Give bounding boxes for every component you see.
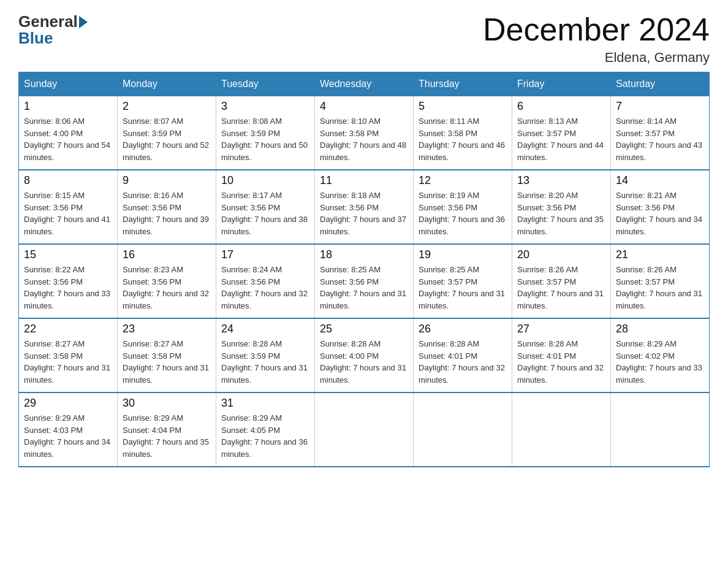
table-row: 5Sunrise: 8:11 AMSunset: 3:58 PMDaylight…	[414, 96, 512, 170]
day-info: Sunrise: 8:17 AMSunset: 3:56 PMDaylight:…	[221, 190, 309, 237]
table-row: 25Sunrise: 8:28 AMSunset: 4:00 PMDayligh…	[315, 318, 414, 393]
table-row: 23Sunrise: 8:27 AMSunset: 3:58 PMDayligh…	[118, 318, 216, 393]
calendar-body: 1Sunrise: 8:06 AMSunset: 4:00 PMDaylight…	[19, 96, 710, 467]
table-row	[611, 393, 710, 467]
location-subtitle: Eldena, Germany	[483, 50, 710, 66]
day-info: Sunrise: 8:27 AMSunset: 3:58 PMDaylight:…	[24, 338, 112, 386]
day-info: Sunrise: 8:23 AMSunset: 3:56 PMDaylight:…	[123, 264, 211, 312]
day-number: 28	[616, 323, 704, 335]
table-row: 7Sunrise: 8:14 AMSunset: 3:57 PMDaylight…	[611, 96, 710, 170]
table-row: 18Sunrise: 8:25 AMSunset: 3:56 PMDayligh…	[315, 244, 414, 318]
page-header: General Blue December 2024 Eldena, Germa…	[18, 12, 710, 66]
table-row: 28Sunrise: 8:29 AMSunset: 4:02 PMDayligh…	[611, 318, 710, 393]
day-info: Sunrise: 8:26 AMSunset: 3:57 PMDaylight:…	[517, 264, 605, 312]
table-row: 20Sunrise: 8:26 AMSunset: 3:57 PMDayligh…	[512, 244, 611, 318]
table-row: 22Sunrise: 8:27 AMSunset: 3:58 PMDayligh…	[19, 318, 118, 393]
day-number: 10	[221, 174, 309, 187]
calendar-week-row: 8Sunrise: 8:15 AMSunset: 3:56 PMDaylight…	[19, 170, 710, 244]
table-row	[512, 393, 611, 467]
day-number: 17	[221, 248, 309, 261]
table-row: 31Sunrise: 8:29 AMSunset: 4:05 PMDayligh…	[216, 393, 315, 467]
month-title: December 2024	[483, 12, 710, 47]
day-info: Sunrise: 8:29 AMSunset: 4:02 PMDaylight:…	[616, 338, 704, 386]
day-number: 5	[419, 100, 507, 113]
day-info: Sunrise: 8:27 AMSunset: 3:58 PMDaylight:…	[123, 338, 211, 386]
day-number: 12	[419, 174, 507, 187]
day-number: 23	[123, 323, 211, 335]
day-info: Sunrise: 8:25 AMSunset: 3:56 PMDaylight:…	[320, 264, 408, 312]
logo-arrow-icon	[79, 16, 88, 28]
col-saturday: Saturday	[611, 72, 710, 96]
day-info: Sunrise: 8:28 AMSunset: 4:01 PMDaylight:…	[419, 338, 507, 386]
day-info: Sunrise: 8:18 AMSunset: 3:56 PMDaylight:…	[320, 190, 408, 237]
day-number: 18	[320, 248, 408, 261]
day-info: Sunrise: 8:25 AMSunset: 3:57 PMDaylight:…	[419, 264, 507, 312]
table-row: 10Sunrise: 8:17 AMSunset: 3:56 PMDayligh…	[216, 170, 315, 244]
table-row: 24Sunrise: 8:28 AMSunset: 3:59 PMDayligh…	[216, 318, 315, 393]
calendar-week-row: 1Sunrise: 8:06 AMSunset: 4:00 PMDaylight…	[19, 96, 710, 170]
day-info: Sunrise: 8:21 AMSunset: 3:56 PMDaylight:…	[616, 190, 704, 237]
table-row: 30Sunrise: 8:29 AMSunset: 4:04 PMDayligh…	[118, 393, 216, 467]
table-row: 14Sunrise: 8:21 AMSunset: 3:56 PMDayligh…	[611, 170, 710, 244]
logo-blue-text: Blue	[18, 29, 53, 48]
table-row: 17Sunrise: 8:24 AMSunset: 3:56 PMDayligh…	[216, 244, 315, 318]
day-number: 7	[616, 100, 704, 113]
day-number: 25	[320, 323, 408, 335]
table-row: 11Sunrise: 8:18 AMSunset: 3:56 PMDayligh…	[315, 170, 414, 244]
day-info: Sunrise: 8:28 AMSunset: 4:01 PMDaylight:…	[517, 338, 605, 386]
col-friday: Friday	[512, 72, 611, 96]
table-row	[315, 393, 414, 467]
day-info: Sunrise: 8:10 AMSunset: 3:58 PMDaylight:…	[320, 115, 408, 163]
table-row: 16Sunrise: 8:23 AMSunset: 3:56 PMDayligh…	[118, 244, 216, 318]
day-info: Sunrise: 8:16 AMSunset: 3:56 PMDaylight:…	[123, 190, 211, 237]
day-info: Sunrise: 8:14 AMSunset: 3:57 PMDaylight:…	[616, 115, 704, 163]
table-row: 15Sunrise: 8:22 AMSunset: 3:56 PMDayligh…	[19, 244, 118, 318]
day-number: 24	[221, 323, 309, 335]
table-row: 4Sunrise: 8:10 AMSunset: 3:58 PMDaylight…	[315, 96, 414, 170]
day-number: 29	[24, 397, 112, 410]
day-number: 15	[24, 248, 112, 261]
table-row: 6Sunrise: 8:13 AMSunset: 3:57 PMDaylight…	[512, 96, 611, 170]
col-tuesday: Tuesday	[216, 72, 315, 96]
day-number: 13	[517, 174, 605, 187]
day-info: Sunrise: 8:28 AMSunset: 4:00 PMDaylight:…	[320, 338, 408, 386]
day-number: 3	[221, 100, 309, 113]
day-info: Sunrise: 8:29 AMSunset: 4:05 PMDaylight:…	[221, 412, 309, 460]
day-number: 26	[419, 323, 507, 335]
day-info: Sunrise: 8:11 AMSunset: 3:58 PMDaylight:…	[419, 115, 507, 163]
table-row: 9Sunrise: 8:16 AMSunset: 3:56 PMDaylight…	[118, 170, 216, 244]
table-row	[414, 393, 512, 467]
day-number: 31	[221, 397, 309, 410]
day-number: 1	[24, 100, 112, 113]
calendar-week-row: 22Sunrise: 8:27 AMSunset: 3:58 PMDayligh…	[19, 318, 710, 393]
day-info: Sunrise: 8:22 AMSunset: 3:56 PMDaylight:…	[24, 264, 112, 312]
day-number: 6	[517, 100, 605, 113]
table-row: 27Sunrise: 8:28 AMSunset: 4:01 PMDayligh…	[512, 318, 611, 393]
day-number: 11	[320, 174, 408, 187]
day-number: 21	[616, 248, 704, 261]
day-info: Sunrise: 8:06 AMSunset: 4:00 PMDaylight:…	[24, 115, 112, 163]
day-number: 30	[123, 397, 211, 410]
day-info: Sunrise: 8:20 AMSunset: 3:56 PMDaylight:…	[517, 190, 605, 237]
header-row: Sunday Monday Tuesday Wednesday Thursday…	[19, 72, 710, 96]
table-row: 2Sunrise: 8:07 AMSunset: 3:59 PMDaylight…	[118, 96, 216, 170]
col-sunday: Sunday	[19, 72, 118, 96]
col-monday: Monday	[118, 72, 216, 96]
day-number: 27	[517, 323, 605, 335]
col-wednesday: Wednesday	[315, 72, 414, 96]
day-info: Sunrise: 8:07 AMSunset: 3:59 PMDaylight:…	[123, 115, 211, 163]
calendar-header: Sunday Monday Tuesday Wednesday Thursday…	[19, 72, 710, 96]
table-row: 29Sunrise: 8:29 AMSunset: 4:03 PMDayligh…	[19, 393, 118, 467]
table-row: 8Sunrise: 8:15 AMSunset: 3:56 PMDaylight…	[19, 170, 118, 244]
table-row: 12Sunrise: 8:19 AMSunset: 3:56 PMDayligh…	[414, 170, 512, 244]
col-thursday: Thursday	[414, 72, 512, 96]
day-number: 16	[123, 248, 211, 261]
day-info: Sunrise: 8:29 AMSunset: 4:03 PMDaylight:…	[24, 412, 112, 460]
day-number: 9	[123, 174, 211, 187]
day-number: 14	[616, 174, 704, 187]
day-info: Sunrise: 8:26 AMSunset: 3:57 PMDaylight:…	[616, 264, 704, 312]
table-row: 19Sunrise: 8:25 AMSunset: 3:57 PMDayligh…	[414, 244, 512, 318]
day-info: Sunrise: 8:15 AMSunset: 3:56 PMDaylight:…	[24, 190, 112, 237]
day-info: Sunrise: 8:08 AMSunset: 3:59 PMDaylight:…	[221, 115, 309, 163]
day-number: 22	[24, 323, 112, 335]
